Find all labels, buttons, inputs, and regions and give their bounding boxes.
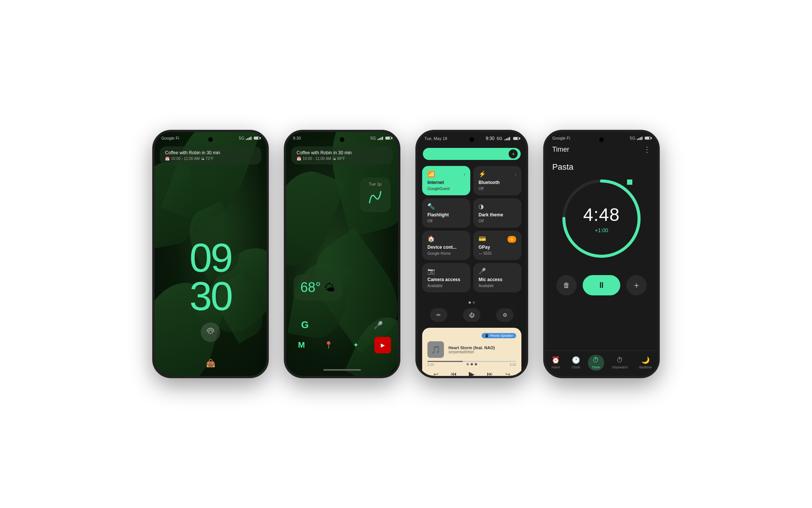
phone4-controls: 🗑 ⏸ ＋ (545, 275, 657, 295)
qs-mic-sub: Available (479, 284, 516, 288)
media-output-label: Phone Speaker (490, 334, 513, 338)
media-header: 📱 Phone Speaker (427, 333, 516, 338)
media-progress-fill (427, 361, 463, 362)
qs-tile-camera[interactable]: 📷 Camera access Available (422, 263, 470, 292)
timer-add-button[interactable]: ＋ (626, 275, 647, 295)
media-play-icon[interactable]: ▶ (469, 370, 474, 376)
qs-tile-gpay[interactable]: 💳 G GPay — 5555 (473, 231, 521, 260)
nav-alarm[interactable]: ⏰ Alarm (547, 354, 564, 371)
qs-tile-flashlight[interactable]: 🔦 Flashlight Off (422, 198, 470, 228)
timer-pause-button[interactable]: ⏸ (583, 275, 620, 295)
nav-bedtime[interactable]: 🌙 Bedtime (636, 354, 656, 371)
phone1-indicators: 5G (239, 136, 260, 140)
qs-tile-internet[interactable]: 📶 › Internet GoogleGuest (422, 166, 470, 195)
qs-tile-darktheme[interactable]: ◑ Dark theme Off (473, 198, 521, 228)
phone2-indicators: 5G (370, 136, 391, 140)
phone3-camera (470, 137, 474, 142)
phone1-battery (254, 137, 260, 140)
media-title: Heart Storm (feat. NAO) (448, 345, 516, 350)
qs-device-icon: 🏠 (427, 235, 465, 242)
media-output-tag: 📱 Phone Speaker (482, 333, 516, 338)
timer-display: 4:48 +1:00 (583, 204, 620, 233)
phone3-brightness-slider[interactable]: ☀ (423, 148, 521, 160)
phone3-battery (513, 137, 519, 140)
phone4-more-button[interactable]: ⋮ (643, 145, 651, 154)
qs-tile-mic[interactable]: 🎤 Mic access Available (473, 263, 521, 292)
qs-power-button[interactable]: ⏻ (463, 308, 480, 322)
phone1-notification[interactable]: Coffee with Robin in 30 min 📅 10:00 - 11… (160, 146, 261, 164)
media-time-current: 2:20 (427, 363, 434, 367)
qs-gpay-label: GPay (479, 245, 516, 250)
phones-container: Google Fi 5G Coffee with Robin in 30 min… (152, 130, 660, 378)
timer-delete-button[interactable]: 🗑 (556, 275, 577, 295)
qs-bluetooth-icon: ⚡ (479, 170, 486, 178)
media-info: Heart Storm (feat. NAO) serpentwithfeet (448, 345, 516, 354)
dock-youtube[interactable]: ▶ (374, 337, 391, 353)
phone2-google-row: G 🎤 (286, 319, 398, 331)
qs-gpay-row: 💳 G (479, 235, 516, 243)
phone4-bottom-nav: ⏰ Alarm 🕐 Clock ⏱ Timer ⏱ Stopwatch 🌙 (545, 350, 657, 376)
phone1-signal (246, 136, 251, 140)
qs-gpay-icon: 💳 (479, 235, 486, 242)
phone2-google-icon[interactable]: G (301, 319, 309, 331)
phone1-network: 5G (239, 136, 244, 140)
media-next-icon[interactable]: ⏭ (487, 371, 493, 376)
media-replay-icon[interactable]: ↩ (433, 371, 438, 376)
qs-tile-bluetooth[interactable]: ⚡ › Bluetooth Off (473, 166, 521, 195)
phone2-dock: M 📍 ✦ ▶ (286, 337, 398, 353)
phone4-camera (599, 137, 604, 142)
phone3-signal (504, 137, 510, 140)
dock-gmail[interactable]: M (293, 337, 310, 353)
clock-icon: 🕐 (572, 356, 580, 364)
phone2-notification[interactable]: Coffee with Robin in 30 min 📅 10:00 - 11… (291, 146, 393, 164)
phone1-notif-sub: 📅 10:00 - 11:00 AM 🌤 72°F (165, 157, 256, 161)
dock-app3[interactable]: ✦ (347, 337, 364, 353)
qs-tile-bluetooth-row: ⚡ › (479, 170, 516, 178)
media-dot-2 (471, 363, 473, 365)
phone3-time: 9:30 (486, 136, 494, 141)
qs-toolbar: ✏ ⏻ ⚙ (422, 308, 521, 322)
qs-darktheme-sub: Off (479, 219, 516, 223)
nav-clock[interactable]: 🕐 Clock (568, 354, 584, 371)
svg-point-0 (210, 333, 211, 334)
phone1-fingerprint-icon[interactable] (201, 322, 220, 342)
qs-camera-sub: Available (427, 284, 465, 288)
bedtime-icon: 🌙 (641, 356, 650, 364)
quick-settings-grid: 📶 › Internet GoogleGuest ⚡ › Bluetooth O… (422, 166, 521, 292)
qs-edit-button[interactable]: ✏ (430, 308, 447, 322)
qs-tile-internet-row: 📶 › (427, 170, 465, 178)
stopwatch-label: Stopwatch (612, 365, 628, 369)
qs-tile-device-control[interactable]: 🏠 Device cont... Google Home (422, 231, 470, 260)
phone-3: Tue, May 18 9:30 5G ☀ (415, 130, 528, 378)
brightness-icon: ☀ (512, 152, 515, 156)
timer-time-value: 4:48 (583, 204, 620, 225)
phone2-weather-icon: 🌤 (324, 281, 335, 294)
qs-dot-2 (473, 301, 475, 304)
nav-stopwatch[interactable]: ⏱ Stopwatch (608, 355, 632, 371)
nav-timer[interactable]: ⏱ Timer (588, 355, 604, 371)
phone2-network: 5G (370, 136, 376, 140)
phone1-wallet-icon[interactable]: 👜 (206, 359, 215, 368)
dock-maps[interactable]: 📍 (320, 337, 337, 353)
qs-gpay-card: G (508, 236, 516, 243)
phone2-battery (385, 137, 391, 140)
phone2-mic-icon[interactable]: 🎤 (374, 321, 383, 330)
media-prev-icon[interactable]: ⏮ (451, 371, 457, 376)
qs-camera-label: Camera access (427, 277, 465, 282)
qs-page-dots (469, 301, 475, 304)
timer-nav-icon: ⏱ (592, 356, 599, 364)
qs-internet-sub: GoogleGuest (427, 187, 465, 191)
phone2-notif-title: Coffee with Robin in 30 min (297, 150, 388, 155)
phone-4-screen: Google Fi 5G Timer ⋮ Pasta (545, 132, 657, 376)
bedtime-label: Bedtime (639, 365, 652, 369)
qs-media-player: 📱 Phone Speaker 🎵 Heart Storm (feat. NAO… (422, 328, 521, 376)
clock-label: Clock (572, 365, 580, 369)
qs-flashlight-sub: Off (427, 219, 465, 223)
timer-add-label: +1:00 (583, 227, 620, 233)
media-progress-bar[interactable] (427, 361, 516, 362)
qs-internet-icon: 📶 (427, 170, 435, 178)
phone4-signal (637, 136, 642, 140)
phone4-indicators: 5G (630, 136, 651, 140)
qs-settings-button[interactable]: ⚙ (496, 308, 514, 322)
media-forward-icon[interactable]: ↪ (505, 371, 510, 376)
